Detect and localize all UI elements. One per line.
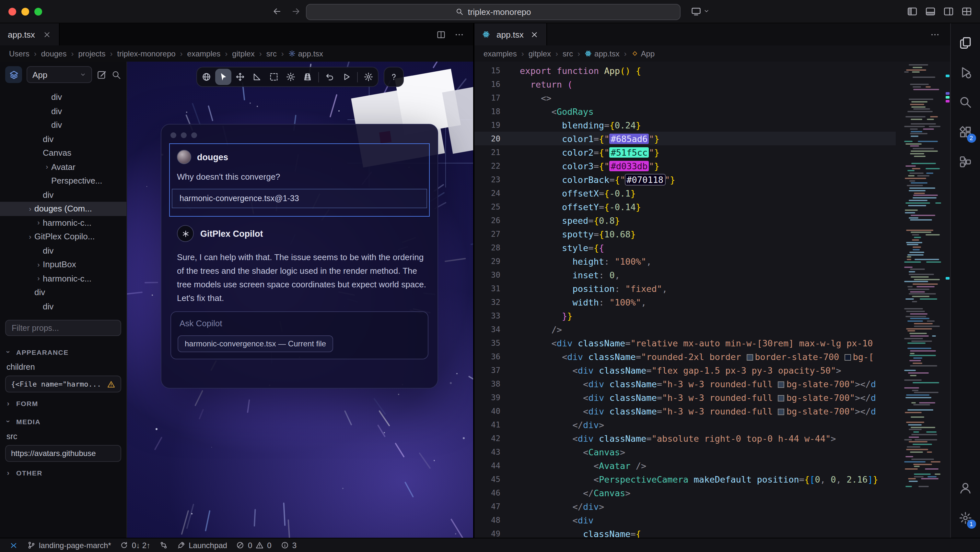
move-tool-button[interactable] (232, 69, 248, 85)
marquee-tool-button[interactable] (266, 69, 282, 85)
cursor-tool-button[interactable] (215, 69, 231, 85)
breadcrumb-item[interactable]: Users (9, 49, 30, 58)
tree-item-gitplex-copilo-[interactable]: ›GitPlex Copilo... (0, 230, 126, 244)
breadcrumb-item[interactable]: examples (187, 49, 221, 58)
breadcrumb-item[interactable]: gitplex (528, 49, 551, 58)
code-line-33[interactable]: 33 }} (474, 309, 896, 322)
problems-indicator[interactable]: 0 0 (232, 538, 275, 552)
code-line-35[interactable]: 35 <div className="relative mx-auto min-… (474, 336, 896, 349)
code-line-43[interactable]: 43 <Canvas> (474, 445, 896, 459)
tree-item-div[interactable]: div (0, 244, 126, 257)
toggle-panel-icon[interactable] (925, 6, 936, 17)
account-activity-button[interactable] (951, 473, 980, 503)
file-reference-chip[interactable]: harmonic-convergence.tsx@1-33 (172, 189, 427, 208)
split-editor-icon[interactable] (436, 30, 446, 39)
light-tool-button[interactable] (283, 69, 299, 85)
scale-tool-button[interactable] (249, 69, 265, 85)
back-icon[interactable] (272, 6, 282, 16)
edit-icon[interactable] (97, 69, 107, 80)
section-header-media[interactable]: ›MEDIA (5, 413, 121, 429)
command-center-search[interactable]: triplex-monorepo (306, 3, 681, 20)
code-line-24[interactable]: 24 offsetX={-0.1} (474, 186, 896, 200)
code-line-44[interactable]: 44 <Avatar /> (474, 459, 896, 472)
code-line-48[interactable]: 48 <div (474, 513, 896, 527)
section-header-form[interactable]: ›FORM (5, 395, 121, 411)
breadcrumb-item[interactable]: app.tsx (288, 49, 323, 58)
code-line-27[interactable]: 27 spotty={10.68} (474, 227, 896, 241)
gear-button[interactable] (360, 69, 377, 85)
more-actions-icon[interactable] (454, 30, 464, 39)
code-line-15[interactable]: 15export function App() { (474, 64, 896, 77)
code-line-17[interactable]: 17 <> (474, 91, 896, 104)
more-actions-icon[interactable] (930, 30, 940, 39)
sync-indicator[interactable]: 0↓ 2↑ (116, 538, 154, 552)
code-line-36[interactable]: 36 <div className="rounded-2xl border bo… (474, 349, 896, 363)
tree-item-div[interactable]: div (0, 299, 126, 313)
code-line-39[interactable]: 39 <div className="h-3 w-3 rounded-full … (474, 391, 896, 404)
breadcrumb-item[interactable]: gitplex (232, 49, 255, 58)
code-editor[interactable]: 15export function App() {16 return (17 <… (474, 62, 950, 538)
help-button[interactable] (386, 69, 402, 85)
code-line-18[interactable]: 18 <GodRays (474, 104, 896, 118)
code-line-45[interactable]: 45 <PerspectiveCamera makeDefault positi… (474, 472, 896, 486)
close-icon[interactable] (43, 30, 51, 38)
undo-button[interactable] (321, 69, 338, 85)
code-line-31[interactable]: 31 position: "fixed", (474, 281, 896, 295)
tab-app-tsx[interactable]: app.tsx (0, 23, 60, 45)
code-line-47[interactable]: 47 </div> (474, 499, 896, 513)
code-line-46[interactable]: 46 </Canvas> (474, 486, 896, 499)
settings-gear-activity-button[interactable]: 1 (951, 503, 980, 533)
toggle-secondary-sidebar-icon[interactable] (943, 6, 954, 17)
breadcrumb-item[interactable]: src (266, 49, 277, 58)
grid-tool-button[interactable] (299, 69, 316, 85)
tree-item-inputbox[interactable]: ›InputBox (0, 257, 126, 271)
branch-indicator[interactable]: landing-page-march* (23, 538, 115, 552)
toggle-primary-sidebar-icon[interactable] (907, 6, 918, 17)
code-line-21[interactable]: 21 color2={"#51f5cc"} (474, 145, 896, 159)
breadcrumb-item[interactable]: src (563, 49, 573, 58)
code-line-22[interactable]: 22 color3={"#d033db"} (474, 159, 896, 172)
minimize-window-button[interactable] (21, 8, 29, 15)
search-activity-button[interactable] (951, 87, 980, 117)
info-indicator[interactable]: 3 (277, 538, 301, 552)
customize-layout-icon[interactable] (961, 6, 972, 17)
run-debug-activity-button[interactable] (951, 57, 980, 87)
code-line-49[interactable]: 49 className={ (474, 527, 896, 538)
code-line-37[interactable]: 37 <div className="flex gap-1.5 px-3 py-… (474, 363, 896, 377)
tree-item-div[interactable]: div (0, 118, 126, 132)
code-line-16[interactable]: 16 return ( (474, 77, 896, 91)
tree-item-douges-com-[interactable]: ›douges (Com... (0, 202, 126, 216)
plane-mesh[interactable] (442, 86, 473, 154)
remote-indicator[interactable] (5, 538, 22, 552)
code-line-40[interactable]: 40 <div className="h-3 w-3 rounded-full … (474, 404, 896, 418)
extensions-activity-button[interactable]: 2 (951, 117, 980, 147)
code-line-23[interactable]: 23 colorBack={"#070118"} (474, 172, 896, 186)
code-line-32[interactable]: 32 width: "100%", (474, 295, 896, 309)
code-line-20[interactable]: 20 color1={"#685ad6"} (474, 132, 896, 145)
tree-item-avatar[interactable]: ›Avatar (0, 160, 126, 174)
section-header-other[interactable]: ›OTHER (5, 464, 121, 481)
compare-indicator[interactable] (156, 538, 172, 552)
globe-tool-button[interactable] (198, 69, 215, 85)
tree-item-perspective-[interactable]: Perspective... (0, 174, 126, 188)
breadcrumb-item[interactable]: app.tsx (585, 49, 619, 58)
code-line-30[interactable]: 30 inset: 0, (474, 268, 896, 281)
search-icon[interactable] (111, 70, 121, 80)
tree-item-harmonic-c-[interactable]: ›harmonic-c... (0, 216, 126, 230)
breadcrumb-item[interactable]: triplex-monorepo (117, 49, 176, 58)
tree-item-div[interactable]: div (0, 90, 126, 104)
close-icon[interactable] (530, 30, 539, 38)
tree-item-canvas[interactable]: Canvas (0, 146, 126, 160)
scene-select[interactable]: App (27, 66, 92, 83)
tree-item-div[interactable]: div (0, 188, 126, 202)
close-window-button[interactable] (8, 8, 16, 15)
references-activity-button[interactable] (951, 147, 980, 176)
code-line-41[interactable]: 41 </div> (474, 418, 896, 431)
code-line-28[interactable]: 28 style={{ (474, 241, 896, 254)
code-line-42[interactable]: 42 <div className="absolute right-0 top-… (474, 431, 896, 445)
code-line-19[interactable]: 19 blending={0.24} (474, 118, 896, 132)
code-line-34[interactable]: 34 /> (474, 322, 896, 336)
tree-item-harmonic-c-[interactable]: ›harmonic-c... (0, 271, 126, 286)
breadcrumb-item[interactable]: douges (41, 49, 67, 58)
play-button[interactable] (338, 69, 355, 85)
